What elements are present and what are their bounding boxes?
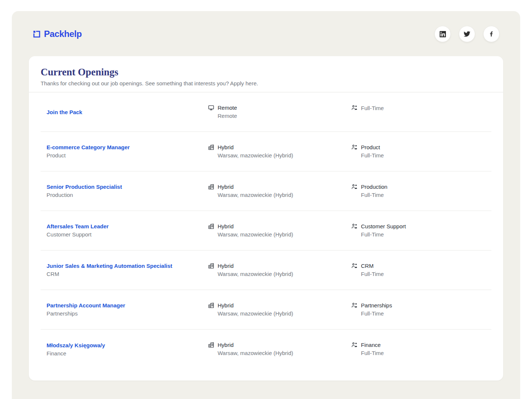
job-department: Customer Support: [47, 231, 208, 239]
page-title: Current Openings: [41, 66, 491, 78]
job-row: Młodsza/y Księgowa/y Finance Hybrid Wars…: [41, 330, 491, 369]
work-mode-label: Hybrid: [218, 301, 293, 309]
linkedin-icon: [440, 31, 446, 37]
work-mode-label: Hybrid: [218, 262, 293, 270]
office-building-icon: [208, 342, 214, 348]
brand-name: Packhelp: [44, 29, 82, 39]
office-building-icon: [208, 302, 214, 308]
job-team-cell: Partnerships Full-Time: [351, 290, 491, 329]
job-department: Production: [47, 191, 208, 199]
job-location: Warsaw, mazowieckie (Hybrid): [218, 349, 293, 357]
job-title-cell: Aftersales Team Leader Customer Support: [41, 211, 208, 250]
team-label: Customer Support: [361, 222, 406, 230]
linkedin-button[interactable]: [434, 26, 451, 42]
office-building-icon: [208, 263, 214, 269]
monitor-icon: [208, 105, 214, 111]
job-title-cell: Join the Pack: [41, 92, 208, 132]
job-row: Join the Pack Remote Remote Full-Time: [41, 92, 491, 132]
job-location: Warsaw, mazowieckie (Hybrid): [218, 310, 293, 318]
team-label: Full-Time: [361, 104, 384, 112]
team-label: Product: [361, 143, 384, 151]
work-mode-label: Hybrid: [218, 183, 293, 191]
team-label: Finance: [361, 341, 384, 349]
team-label: Production: [361, 183, 388, 191]
job-row: Senior Production Specialist Production …: [41, 171, 491, 211]
twitter-icon: [464, 31, 470, 37]
job-department: Finance: [47, 349, 208, 358]
job-row: Junior Sales & Marketing Automation Spec…: [41, 250, 491, 290]
job-location-cell: Hybrid Warsaw, mazowieckie (Hybrid): [208, 250, 351, 290]
people-icon: [351, 184, 358, 190]
job-team-cell: Product Full-Time: [351, 132, 491, 171]
job-location: Warsaw, mazowieckie (Hybrid): [218, 231, 293, 239]
people-icon: [351, 105, 358, 111]
employment-type: Full-Time: [361, 310, 392, 318]
card-header: Current Openings Thanks for checking out…: [29, 56, 503, 92]
team-label: Partnerships: [361, 301, 392, 309]
page-background: Packhelp: [12, 11, 520, 399]
job-row: Partnership Account Manager Partnerships…: [41, 290, 491, 330]
job-location: Remote: [218, 112, 237, 120]
people-icon: [351, 263, 358, 269]
people-icon: [351, 342, 358, 348]
facebook-icon: [488, 31, 495, 37]
people-icon: [351, 223, 358, 229]
job-team-cell: Production Full-Time: [351, 171, 491, 211]
job-location-cell: Hybrid Warsaw, mazowieckie (Hybrid): [208, 211, 351, 250]
job-title-link[interactable]: Senior Production Specialist: [47, 183, 208, 191]
job-row: E-commerce Category Manager Product Hybr…: [41, 132, 491, 171]
job-title-cell: Partnership Account Manager Partnerships: [41, 290, 208, 329]
work-mode-label: Hybrid: [218, 341, 293, 349]
team-label: CRM: [361, 262, 384, 270]
job-location-cell: Hybrid Warsaw, mazowieckie (Hybrid): [208, 330, 351, 369]
office-building-icon: [208, 184, 214, 190]
job-title-link[interactable]: Join the Pack: [47, 108, 208, 116]
employment-type: Full-Time: [361, 270, 384, 278]
job-location: Warsaw, mazowieckie (Hybrid): [218, 270, 293, 278]
job-title-link[interactable]: Junior Sales & Marketing Automation Spec…: [47, 262, 208, 270]
job-team-cell: Customer Support Full-Time: [351, 211, 491, 250]
people-icon: [351, 302, 358, 308]
job-list: Join the Pack Remote Remote Full-Time E-…: [29, 92, 503, 380]
job-location-cell: Hybrid Warsaw, mazowieckie (Hybrid): [208, 132, 351, 171]
job-department: Partnerships: [47, 310, 208, 318]
work-mode-label: Hybrid: [218, 222, 293, 230]
employment-type: Full-Time: [361, 349, 384, 357]
twitter-button[interactable]: [459, 26, 475, 42]
job-title-link[interactable]: E-commerce Category Manager: [47, 143, 208, 151]
job-title-link[interactable]: Aftersales Team Leader: [47, 222, 208, 230]
page-header: Packhelp: [12, 11, 520, 42]
job-title-cell: Młodsza/y Księgowa/y Finance: [41, 330, 208, 369]
job-location-cell: Hybrid Warsaw, mazowieckie (Hybrid): [208, 171, 351, 211]
work-mode-label: Hybrid: [218, 143, 293, 151]
job-title-cell: Senior Production Specialist Production: [41, 171, 208, 211]
packhelp-logo-icon: [33, 30, 41, 38]
job-department: CRM: [47, 270, 208, 278]
job-title-cell: Junior Sales & Marketing Automation Spec…: [41, 250, 208, 290]
job-department: Product: [47, 151, 208, 160]
employment-type: Full-Time: [361, 231, 406, 239]
job-title-cell: E-commerce Category Manager Product: [41, 132, 208, 171]
job-location: Warsaw, mazowieckie (Hybrid): [218, 191, 293, 199]
social-links: [434, 26, 499, 42]
people-icon: [351, 144, 358, 150]
job-team-cell: Finance Full-Time: [351, 330, 491, 369]
office-building-icon: [208, 144, 214, 150]
job-team-cell: Full-Time: [351, 92, 491, 132]
brand-logo[interactable]: Packhelp: [33, 29, 82, 39]
job-location: Warsaw, mazowieckie (Hybrid): [218, 151, 293, 160]
job-row: Aftersales Team Leader Customer Support …: [41, 211, 491, 250]
facebook-button[interactable]: [483, 26, 499, 42]
page-subtitle: Thanks for checking out our job openings…: [41, 79, 491, 87]
job-location-cell: Remote Remote: [208, 92, 351, 132]
office-building-icon: [208, 223, 214, 229]
work-mode-label: Remote: [218, 104, 237, 112]
job-title-link[interactable]: Partnership Account Manager: [47, 301, 208, 309]
current-openings-card: Current Openings Thanks for checking out…: [29, 56, 503, 381]
job-location-cell: Hybrid Warsaw, mazowieckie (Hybrid): [208, 290, 351, 329]
job-title-link[interactable]: Młodsza/y Księgowa/y: [47, 341, 208, 349]
employment-type: Full-Time: [361, 151, 384, 160]
job-team-cell: CRM Full-Time: [351, 250, 491, 290]
employment-type: Full-Time: [361, 191, 388, 199]
